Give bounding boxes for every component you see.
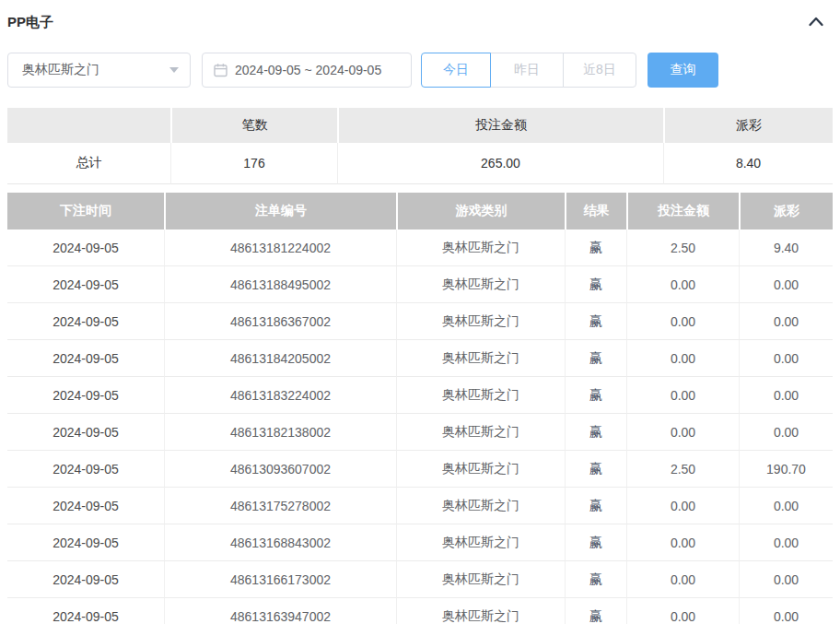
collapse-panel-button[interactable] (807, 15, 825, 29)
cell-payout: 9.40 (739, 230, 833, 266)
quick-date-button-group: 今日 昨日 近8日 (421, 53, 636, 88)
cell-payout: 0.00 (739, 414, 833, 451)
cell-bet-time: 2024-09-05 (7, 488, 164, 524)
cell-result: 赢 (565, 266, 626, 303)
cell-payout: 0.00 (739, 524, 833, 561)
cell-bet-id: 48613163947002 (164, 598, 396, 624)
cell-result: 赢 (565, 561, 626, 598)
table-row: 2024-09-0548613184205002奥林匹斯之门赢0.000.00 (7, 340, 833, 377)
page-title: PP电子 (7, 14, 53, 31)
cell-bet-time: 2024-09-05 (7, 230, 164, 266)
chevron-up-icon (808, 14, 824, 30)
cell-bet-amount: 0.00 (626, 488, 739, 524)
cell-bet-amount: 0.00 (626, 598, 739, 624)
cell-game-type: 奥林匹斯之门 (396, 488, 565, 524)
cell-bet-id: 48613184205002 (164, 340, 396, 377)
cell-bet-time: 2024-09-05 (7, 451, 164, 488)
table-row: 2024-09-0548613181224002奥林匹斯之门赢2.509.40 (7, 230, 833, 266)
cell-payout: 0.00 (739, 266, 833, 303)
cell-bet-amount: 2.50 (626, 451, 739, 488)
summary-table: 笔数 投注金额 派彩 总计 176 265.00 8.40 (7, 108, 833, 184)
cell-game-type: 奥林匹斯之门 (396, 598, 565, 624)
calendar-icon (214, 63, 228, 77)
table-row: 2024-09-0548613182138002奥林匹斯之门赢0.000.00 (7, 414, 833, 451)
cell-payout: 0.00 (739, 598, 833, 624)
cell-bet-id: 48613186367002 (164, 303, 396, 340)
records-header-bet-time: 下注时间 (7, 193, 164, 230)
cell-payout: 0.00 (739, 561, 833, 598)
table-row: 2024-09-0548613166173002奥林匹斯之门赢0.000.00 (7, 561, 833, 598)
table-row: 2024-09-0548613183224002奥林匹斯之门赢0.000.00 (7, 377, 833, 414)
table-row: 2024-09-0548613175278002奥林匹斯之门赢0.000.00 (7, 488, 833, 524)
records-body: 2024-09-0548613181224002奥林匹斯之门赢2.509.402… (7, 230, 833, 624)
cell-result: 赢 (565, 230, 626, 266)
cell-result: 赢 (565, 598, 626, 624)
cell-bet-time: 2024-09-05 (7, 266, 164, 303)
cell-bet-amount: 0.00 (626, 303, 739, 340)
summary-total-bet-amount: 265.00 (337, 143, 663, 184)
cell-bet-amount: 0.00 (626, 266, 739, 303)
summary-header-blank (7, 108, 170, 143)
records-header-bet-id: 注单编号 (164, 193, 396, 230)
summary-header-count: 笔数 (170, 108, 337, 143)
table-row: 2024-09-0548613188495002奥林匹斯之门赢0.000.00 (7, 266, 833, 303)
date-range-value: 2024-09-05 ~ 2024-09-05 (235, 63, 381, 77)
cell-bet-amount: 0.00 (626, 561, 739, 598)
yesterday-button[interactable]: 昨日 (490, 53, 564, 88)
last-8-days-button[interactable]: 近8日 (563, 53, 636, 88)
records-header-row: 下注时间 注单编号 游戏类别 结果 投注金额 派彩 (7, 193, 833, 230)
cell-payout: 190.70 (739, 451, 833, 488)
cell-bet-id: 48613168843002 (164, 524, 396, 561)
summary-total-payout: 8.40 (663, 143, 833, 184)
cell-bet-time: 2024-09-05 (7, 598, 164, 624)
date-range-input[interactable]: 2024-09-05 ~ 2024-09-05 (202, 53, 412, 88)
cell-game-type: 奥林匹斯之门 (396, 524, 565, 561)
records-header-result: 结果 (565, 193, 626, 230)
cell-bet-id: 48613181224002 (164, 230, 396, 266)
cell-payout: 0.00 (739, 377, 833, 414)
cell-bet-amount: 0.00 (626, 524, 739, 561)
cell-bet-amount: 2.50 (626, 230, 739, 266)
cell-bet-time: 2024-09-05 (7, 340, 164, 377)
cell-bet-time: 2024-09-05 (7, 561, 164, 598)
search-button[interactable]: 查询 (648, 53, 718, 88)
cell-payout: 0.00 (739, 303, 833, 340)
pp-games-report-panel: { "panel": { "title": "PP电子" }, "filters… (0, 0, 840, 624)
cell-bet-id: 48613188495002 (164, 266, 396, 303)
cell-result: 赢 (565, 488, 626, 524)
cell-bet-id: 48613093607002 (164, 451, 396, 488)
cell-bet-time: 2024-09-05 (7, 377, 164, 414)
cell-result: 赢 (565, 340, 626, 377)
summary-header-payout: 派彩 (663, 108, 833, 143)
cell-bet-id: 48613175278002 (164, 488, 396, 524)
summary-header-bet-amount: 投注金额 (337, 108, 663, 143)
summary-header-row: 笔数 投注金额 派彩 (7, 108, 833, 143)
cell-bet-time: 2024-09-05 (7, 303, 164, 340)
chevron-down-icon (169, 67, 179, 73)
cell-bet-id: 48613182138002 (164, 414, 396, 451)
cell-game-type: 奥林匹斯之门 (396, 451, 565, 488)
table-row: 2024-09-0548613163947002奥林匹斯之门赢0.000.00 (7, 598, 833, 624)
cell-bet-id: 48613183224002 (164, 377, 396, 414)
records-header-bet-amount: 投注金额 (626, 193, 739, 230)
summary-total-label: 总计 (7, 143, 170, 184)
cell-game-type: 奥林匹斯之门 (396, 230, 565, 266)
summary-total-count: 176 (170, 143, 337, 184)
cell-game-type: 奥林匹斯之门 (396, 414, 565, 451)
game-select[interactable]: 奥林匹斯之门 (7, 53, 191, 88)
cell-game-type: 奥林匹斯之门 (396, 266, 565, 303)
cell-bet-id: 48613166173002 (164, 561, 396, 598)
table-row: 2024-09-0548613093607002奥林匹斯之门赢2.50190.7… (7, 451, 833, 488)
cell-result: 赢 (565, 524, 626, 561)
table-row: 2024-09-0548613186367002奥林匹斯之门赢0.000.00 (7, 303, 833, 340)
cell-bet-time: 2024-09-05 (7, 524, 164, 561)
cell-game-type: 奥林匹斯之门 (396, 340, 565, 377)
cell-game-type: 奥林匹斯之门 (396, 303, 565, 340)
table-row: 2024-09-0548613168843002奥林匹斯之门赢0.000.00 (7, 524, 833, 561)
filter-bar: 奥林匹斯之门 2024-09-05 ~ 2024-09-05 今日 昨日 近8日… (7, 53, 718, 88)
cell-game-type: 奥林匹斯之门 (396, 377, 565, 414)
records-header-payout: 派彩 (739, 193, 833, 230)
today-button[interactable]: 今日 (421, 53, 491, 88)
cell-payout: 0.00 (739, 340, 833, 377)
cell-bet-time: 2024-09-05 (7, 414, 164, 451)
